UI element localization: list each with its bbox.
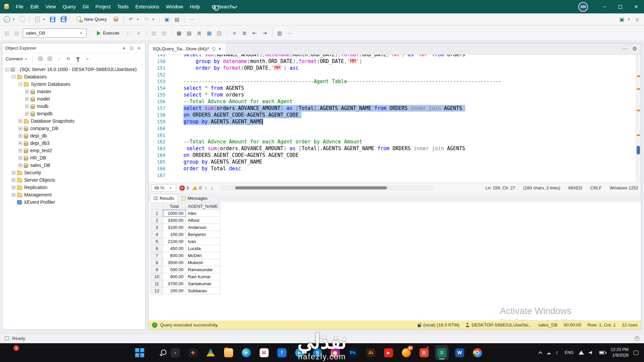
- grid-row-number[interactable]: 10: [151, 273, 163, 280]
- panel-chevron-icon[interactable]: ▾: [120, 46, 128, 51]
- code-line-153[interactable]: 153-------------------------------------…: [149, 78, 641, 85]
- taskbar-search[interactable]: [151, 345, 164, 360]
- tree-item-xevent-profiler[interactable]: XEvent Profiler: [2, 198, 145, 206]
- language-indicator[interactable]: ENG: [565, 350, 574, 355]
- notification-count-badge[interactable]: 3: [13, 345, 19, 351]
- grid-row-number[interactable]: 4: [151, 231, 163, 238]
- new-file-chevron[interactable]: ▾: [43, 17, 47, 21]
- line-text[interactable]: --Total Advnce Amount for each Agent ord…: [183, 138, 362, 145]
- toolbar-overflow-button[interactable]: ⋯: [188, 15, 196, 23]
- code-line-152[interactable]: 152: [149, 71, 641, 78]
- menu-query[interactable]: Query: [59, 0, 79, 13]
- next-issue-arrow[interactable]: ↓: [211, 185, 213, 191]
- undo-button[interactable]: ↶: [127, 15, 135, 23]
- code-line-149[interactable]: 149select sum(ADVANCE_AMOUNT),datename(m…: [149, 55, 641, 58]
- grid-column-agent-name[interactable]: AGENT_NAME: [186, 203, 220, 210]
- tree-item-databases[interactable]: −Databases: [2, 73, 145, 80]
- taskbar-edge[interactable]: e: [239, 345, 253, 360]
- scrollbar-thumb[interactable]: [637, 146, 640, 155]
- code-line-159[interactable]: 159group by AGENTS.AGENT_NAME: [149, 118, 641, 125]
- toolbar-options-chevron[interactable]: ▾: [628, 17, 631, 21]
- battery-icon[interactable]: [599, 351, 605, 354]
- menu-help[interactable]: Help: [186, 0, 203, 13]
- tab-pin-icon[interactable]: [212, 46, 215, 51]
- taskbar-youtube[interactable]: ▶: [382, 345, 395, 360]
- tree-expander[interactable]: +: [18, 149, 22, 153]
- decrease-indent-icon[interactable]: ⇤: [251, 29, 259, 37]
- menu-window[interactable]: Window: [163, 0, 187, 13]
- tree-expander[interactable]: +: [18, 127, 22, 130]
- code-line-150[interactable]: 150 group by datename(month,ORD_DATE),fo…: [149, 58, 641, 65]
- taskbar-brave[interactable]: B: [417, 345, 431, 360]
- code-line-164[interactable]: 164on ORDERS.AGENT_CODE=AGENTS.AGENT_COD…: [149, 152, 641, 159]
- tree-item-depi-db3[interactable]: +depi_db3: [2, 139, 145, 147]
- toolbar2-overflow-button[interactable]: ⋯: [286, 29, 294, 37]
- horizontal-scrollbar-thumb[interactable]: [235, 186, 387, 189]
- connect-chevron[interactable]: ▾: [25, 57, 29, 61]
- document-tab[interactable]: SQLQuery_Sa...Store (64))* ✕: [149, 43, 226, 54]
- line-text[interactable]: --Total Advnce Amount for each Agent: [183, 98, 292, 105]
- code-line-161[interactable]: 161: [149, 132, 641, 138]
- grid-row-number[interactable]: 7: [151, 252, 163, 259]
- editor-settings-icon[interactable]: ⚙: [632, 46, 637, 52]
- connection-status-icon[interactable]: ▣: [618, 15, 626, 23]
- grid-cell[interactable]: Alford: [186, 217, 220, 224]
- grid-cell[interactable]: Subbarao: [186, 287, 220, 294]
- tree-item-tempdb[interactable]: +tempdb: [2, 110, 145, 117]
- taskbar-illustrator[interactable]: Ai: [364, 345, 377, 360]
- save-all-button[interactable]: [59, 15, 67, 23]
- tree-expander[interactable]: +: [12, 186, 15, 189]
- grid-cell[interactable]: 600.00: [163, 252, 186, 259]
- grid-cell[interactable]: McDen: [186, 252, 220, 259]
- pin-panel-icon[interactable]: [128, 47, 135, 50]
- tree-expander[interactable]: −: [12, 75, 15, 79]
- grid-cell[interactable]: 2100.00: [163, 238, 186, 245]
- line-text[interactable]: group by AGENTS.AGENT_NAME: [183, 118, 263, 125]
- grid-cell[interactable]: Alex: [186, 210, 220, 217]
- taskbar-copilot[interactable]: ◗: [168, 345, 182, 360]
- line-text[interactable]: order by format(ORD_DATE,'MM') asc: [183, 65, 299, 71]
- grid-row-number[interactable]: 1: [151, 210, 163, 217]
- code-line-154[interactable]: 154select * from AGENTS: [149, 85, 641, 92]
- line-text[interactable]: select sum(orders.ADVANCE_AMOUNT) as [To…: [183, 105, 465, 112]
- tree-item-depi-db[interactable]: +depi_db: [2, 132, 145, 139]
- tree-item-emp-test2[interactable]: +emp_test2: [2, 147, 145, 154]
- tab-results[interactable]: Results: [150, 194, 178, 202]
- tree-expander[interactable]: +: [25, 97, 29, 101]
- box-selection-icon[interactable]: ▣: [163, 15, 171, 23]
- error-count-indicator[interactable]: ✕ 3: [179, 185, 189, 191]
- grid-cell[interactable]: Benjamin: [186, 231, 220, 238]
- grid-row-number[interactable]: 9: [151, 266, 163, 273]
- tree-item-security[interactable]: +Security: [2, 169, 145, 176]
- code-line-165[interactable]: 165group by AGENTS.AGENT_NAME: [149, 159, 641, 165]
- menu-edit[interactable]: Edit: [27, 0, 42, 13]
- query-options-icon[interactable]: ▦: [175, 29, 183, 37]
- taskbar-drive[interactable]: [204, 345, 217, 360]
- taskbar-instagram[interactable]: ◉: [328, 345, 342, 360]
- redo-chevron[interactable]: ▾: [153, 17, 156, 21]
- grid-row-number[interactable]: 2: [151, 217, 163, 224]
- grid-cell[interactable]: Anderson: [186, 224, 220, 231]
- undo-chevron[interactable]: ▾: [137, 17, 141, 21]
- tree-expander[interactable]: +: [18, 141, 22, 145]
- wifi-icon[interactable]: [579, 351, 584, 355]
- display-estimated-plan-icon[interactable]: ▧: [150, 29, 158, 37]
- grid-cell[interactable]: Ivan: [186, 238, 220, 245]
- editor-horizontal-scrollbar[interactable]: [220, 186, 434, 190]
- new-query-button[interactable]: New Query: [74, 15, 110, 23]
- warning-count-indicator[interactable]: 0: [192, 185, 202, 190]
- navigate-back-button[interactable]: ←: [3, 15, 11, 23]
- line-text[interactable]: group by datename(month,ORD_DATE),format…: [183, 58, 362, 65]
- line-text[interactable]: order by Total desc: [183, 165, 241, 172]
- code-line-162[interactable]: 162--Total Advnce Amount for each Agent …: [149, 138, 641, 145]
- tree-expander[interactable]: +: [12, 193, 15, 197]
- menu-file[interactable]: File: [12, 0, 27, 13]
- new-file-button[interactable]: [33, 15, 41, 23]
- tree-item-management[interactable]: +Management: [2, 191, 145, 198]
- grid-cell[interactable]: 450.00: [163, 245, 186, 252]
- grid-cell[interactable]: 500.00: [163, 266, 186, 273]
- night-light-icon[interactable]: ☾: [556, 350, 559, 355]
- grid-row-number[interactable]: 5: [151, 238, 163, 245]
- live-query-stats-icon[interactable]: ▨: [160, 29, 168, 37]
- line-text[interactable]: ----------------------------------------…: [183, 78, 501, 85]
